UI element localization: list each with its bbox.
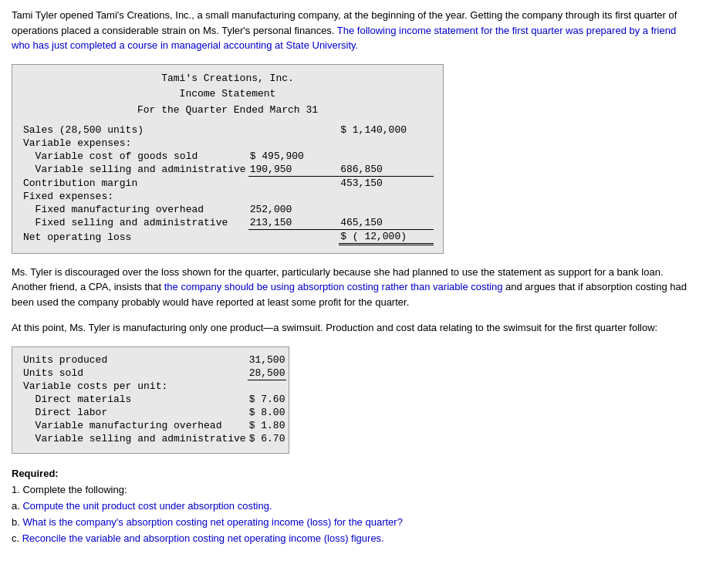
cost-label: Units sold: [22, 367, 248, 380]
row-label: Variable selling and administrative: [22, 163, 248, 177]
table-row: Direct materials $ 7.60: [22, 393, 286, 406]
income-statement-box: Tami's Creations, Inc. Income Statement …: [12, 64, 444, 254]
row-total: 465,150: [339, 216, 434, 230]
table-row: Fixed selling and administrative 213,150…: [22, 216, 434, 230]
cost-table: Units produced 31,500 Units sold 28,500 …: [22, 353, 286, 446]
row-sub: $ 495,900: [248, 150, 339, 163]
row-sub: [248, 190, 339, 203]
row-sub: 252,000: [248, 203, 339, 216]
cost-value: $ 1.80: [248, 419, 287, 432]
row-total: $ ( 12,000): [339, 229, 434, 244]
row-label: Sales (28,500 units): [22, 123, 248, 137]
req-a-highlight: Compute the unit product cost under abso…: [22, 500, 272, 512]
middle-paragraph: Ms. Tyler is discouraged over the loss s…: [12, 265, 694, 310]
row-total: 686,850: [339, 163, 434, 177]
middle-highlight: the company should be using absorption c…: [164, 281, 503, 292]
row-total: $ 1,140,000: [339, 123, 434, 137]
req-c-highlight: Reconcile the variable and absorption co…: [22, 532, 384, 544]
is-heading: Income Statement: [22, 86, 434, 103]
row-label: Fixed selling and administrative: [22, 216, 248, 230]
row-sub: [248, 137, 339, 150]
table-row: Units produced 31,500: [22, 353, 286, 367]
row-sub: 213,150: [248, 216, 339, 230]
cost-value: 28,500: [248, 367, 287, 380]
cost-value: [248, 380, 287, 393]
cost-value: 31,500: [248, 353, 287, 367]
table-row: Variable manufacturing overhead $ 1.80: [22, 419, 286, 432]
cost-data-box: Units produced 31,500 Units sold 28,500 …: [12, 346, 289, 455]
table-row: Variable costs per unit:: [22, 380, 286, 393]
table-row: Variable cost of goods sold $ 495,900: [22, 150, 434, 163]
cost-value: $ 7.60: [248, 393, 287, 406]
required-bold: Required:: [12, 468, 59, 479]
is-title: Tami's Creations, Inc. Income Statement …: [22, 71, 434, 119]
required-item-c: c. Reconcile the variable and absorption…: [12, 531, 694, 547]
required-section: Required: 1. Complete the following: a. …: [12, 466, 694, 546]
required-item-1: 1. Complete the following:: [12, 482, 694, 498]
row-label: Variable cost of goods sold: [22, 150, 248, 163]
is-table: Sales (28,500 units) $ 1,140,000 Variabl…: [22, 123, 434, 245]
row-sub: 190,950: [248, 163, 339, 177]
cost-label: Variable manufacturing overhead: [22, 419, 248, 432]
row-sub: [248, 123, 339, 137]
required-item-a: a. Compute the unit product cost under a…: [12, 498, 694, 515]
row-total: [339, 150, 434, 163]
table-row: Variable selling and administrative 190,…: [22, 163, 434, 177]
row-total: [339, 203, 434, 216]
cost-label: Variable selling and administrative: [22, 432, 248, 445]
is-company: Tami's Creations, Inc.: [22, 71, 434, 87]
required-item-b: b. What is the company's absorption cost…: [12, 515, 694, 531]
table-row: Direct labor $ 8.00: [22, 406, 286, 419]
table-row: Variable expenses:: [22, 137, 434, 150]
cost-label: Units produced: [22, 353, 248, 367]
row-total: [339, 137, 434, 150]
is-period: For the Quarter Ended March 31: [22, 103, 434, 119]
intro-highlight: The following income statement for the f…: [12, 25, 676, 52]
row-sub: [248, 176, 339, 190]
table-row: Fixed expenses:: [22, 190, 434, 203]
row-label: Net operating loss: [22, 229, 248, 244]
row-label: Variable expenses:: [22, 137, 248, 150]
req-b-highlight: What is the company's absorption costing…: [22, 516, 402, 528]
table-row: Variable selling and administrative $ 6.…: [22, 432, 286, 445]
table-row: Sales (28,500 units) $ 1,140,000: [22, 123, 434, 137]
cost-label: Direct materials: [22, 393, 248, 406]
row-label: Fixed expenses:: [22, 190, 248, 203]
row-total: 453,150: [339, 176, 434, 190]
required-heading: Required:: [12, 466, 694, 482]
cost-value: $ 8.00: [248, 406, 287, 419]
second-paragraph: At this point, Ms. Tyler is manufacturin…: [12, 320, 694, 336]
table-row: Contribution margin 453,150: [22, 176, 434, 190]
table-row: Fixed manufacturing overhead 252,000: [22, 203, 434, 216]
cost-value: $ 6.70: [248, 432, 287, 445]
cost-label: Direct labor: [22, 406, 248, 419]
cost-label: Variable costs per unit:: [22, 380, 248, 393]
row-total: [339, 190, 434, 203]
row-label: Fixed manufacturing overhead: [22, 203, 248, 216]
table-row: Net operating loss $ ( 12,000): [22, 229, 434, 244]
row-label: Contribution margin: [22, 176, 248, 190]
row-sub: [248, 229, 339, 244]
intro-paragraph: Tami Tyler opened Tami's Creations, Inc.…: [12, 8, 694, 53]
table-row: Units sold 28,500: [22, 367, 286, 380]
